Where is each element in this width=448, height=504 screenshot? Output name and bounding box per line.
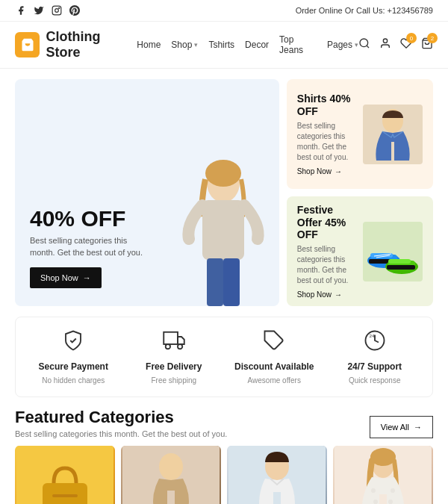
hero-section: 40% OFF Best selling categories this mon… — [15, 79, 433, 306]
feature-discount-title: Discount Available — [234, 361, 314, 372]
category-item-men[interactable] — [227, 446, 327, 504]
features-section: Secure Payment No hidden charges Free De… — [15, 317, 433, 397]
svg-rect-25 — [164, 332, 178, 344]
feature-free-delivery-title: Free Delivery — [146, 361, 202, 372]
top-bar: Order Online Or Call Us: +123456789 — [0, 0, 448, 22]
svg-text:24: 24 — [369, 333, 374, 338]
hero-main-content: 40% OFF Best selling categories this mon… — [30, 206, 264, 288]
feature-secure-payment-title: Secure Payment — [39, 361, 108, 372]
search-icon[interactable] — [358, 37, 370, 52]
nav-pages[interactable]: Pages▾ — [327, 40, 358, 50]
main-nav: Home Shop▾ Tshirts Decor Top Jeans Pages… — [137, 34, 358, 55]
feature-free-delivery-desc: Free shipping — [151, 376, 196, 385]
feature-support-desc: Quick response — [349, 376, 400, 385]
tag-icon — [263, 329, 285, 357]
feature-secure-payment: Secure Payment No hidden charges — [23, 329, 124, 385]
nav-decor[interactable]: Decor — [245, 40, 269, 50]
svg-marker-26 — [178, 337, 184, 344]
hero-side-cards: Shirts 40% OFF Best selling categories t… — [287, 79, 433, 306]
hero-main-banner: 40% OFF Best selling categories this mon… — [15, 79, 279, 306]
hero-card-shirts-link[interactable]: Shop Now → — [297, 167, 357, 175]
chevron-down-icon: ▾ — [194, 41, 198, 49]
svg-point-51 — [391, 488, 395, 493]
svg-rect-34 — [52, 494, 78, 497]
feature-discount: Discount Available Awesome offers — [224, 329, 325, 385]
svg-rect-23 — [388, 259, 411, 264]
svg-rect-0 — [52, 6, 61, 15]
hero-card-shirts-title: Shirts 40% OFF — [297, 93, 357, 118]
feature-discount-desc: Awesome offers — [248, 376, 301, 385]
hero-card-festive-title: Festive Offer 45% OFF — [297, 204, 357, 241]
nav-home[interactable]: Home — [137, 40, 161, 50]
hero-discount-text: 40% OFF — [30, 206, 264, 231]
svg-rect-33 — [43, 483, 87, 504]
hero-card-festive-content: Festive Offer 45% OFF Best selling categ… — [297, 204, 357, 299]
logo[interactable]: Clothing Store — [15, 29, 137, 60]
truck-icon — [163, 329, 185, 357]
contact-info: Order Online Or Call Us: +123456789 — [296, 6, 433, 15]
logo-text: Clothing Store — [46, 29, 137, 60]
category-item-women[interactable] — [333, 446, 433, 504]
clock-icon: 24 — [364, 329, 386, 357]
hero-card-festive-link[interactable]: Shop Now → — [297, 290, 357, 299]
svg-point-3 — [360, 39, 368, 47]
svg-point-1 — [55, 9, 59, 13]
hero-card-shirts-desc: Best selling categories this month. Get … — [297, 121, 357, 163]
svg-point-8 — [205, 160, 241, 187]
svg-point-5 — [383, 39, 387, 43]
wishlist-icon[interactable]: 0 — [400, 37, 412, 52]
categories-description: Best selling categories this month. Get … — [15, 429, 227, 438]
svg-line-4 — [367, 46, 369, 48]
hero-description: Best selling categories this month. Get … — [30, 235, 264, 258]
hero-card-shirts: Shirts 40% OFF Best selling categories t… — [287, 79, 433, 189]
facebook-icon[interactable] — [15, 4, 27, 16]
hero-shop-now-button[interactable]: Shop Now → — [30, 267, 102, 288]
shield-icon — [62, 329, 84, 357]
twitter-icon[interactable] — [33, 4, 45, 16]
instagram-icon[interactable] — [51, 4, 63, 16]
user-icon[interactable] — [379, 37, 391, 52]
categories-header: Featured Categories Best selling categor… — [15, 408, 433, 438]
categories-grid — [15, 446, 433, 504]
nav-tshirts[interactable]: Tshirts — [208, 40, 234, 50]
header-icons: 0 2 — [358, 37, 433, 52]
wishlist-badge: 0 — [406, 33, 417, 43]
pinterest-icon[interactable] — [69, 4, 81, 16]
svg-point-37 — [159, 453, 183, 480]
header: Clothing Store Home Shop▾ Tshirts Decor … — [0, 22, 448, 69]
categories-header-left: Featured Categories Best selling categor… — [15, 408, 227, 438]
nav-shop[interactable]: Shop▾ — [171, 40, 198, 50]
featured-categories: Featured Categories Best selling categor… — [15, 408, 433, 504]
svg-point-50 — [371, 488, 376, 493]
hero-card-shirts-image — [363, 105, 423, 164]
cart-icon[interactable]: 2 — [421, 37, 433, 52]
hero-card-shirts-content: Shirts 40% OFF Best selling categories t… — [297, 93, 357, 175]
nav-top-jeans[interactable]: Top Jeans — [279, 34, 317, 55]
cart-badge: 2 — [427, 33, 438, 43]
svg-point-52 — [373, 500, 378, 504]
feature-free-delivery: Free Delivery Free shipping — [124, 329, 225, 385]
category-item-casual[interactable] — [121, 446, 221, 504]
social-icons — [15, 4, 81, 16]
hero-card-festive-image — [363, 222, 423, 281]
view-all-button[interactable]: View All → — [370, 416, 433, 438]
logo-icon — [15, 32, 40, 57]
svg-point-28 — [178, 344, 182, 349]
svg-point-53 — [388, 500, 393, 504]
svg-point-49 — [370, 448, 396, 466]
category-item-bags[interactable] — [15, 446, 115, 504]
hero-card-festive: Festive Offer 45% OFF Best selling categ… — [287, 196, 433, 306]
svg-point-2 — [59, 7, 60, 8]
feature-support-title: 24/7 Support — [347, 361, 402, 372]
svg-rect-24 — [387, 265, 415, 270]
hero-card-festive-desc: Best selling categories this month. Get … — [297, 244, 357, 286]
svg-point-27 — [166, 344, 170, 349]
feature-support: 24 24/7 Support Quick response — [325, 329, 426, 385]
categories-title: Featured Categories — [15, 408, 227, 427]
feature-secure-payment-desc: No hidden charges — [42, 376, 105, 385]
